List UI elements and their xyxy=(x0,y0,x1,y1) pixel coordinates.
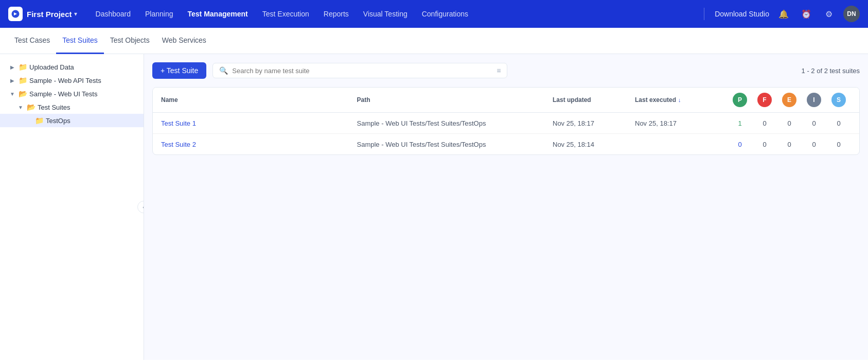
main-nav-links: Dashboard Planning Test Management Test … xyxy=(90,7,700,21)
sidebar-collapse-button[interactable]: ‹ xyxy=(137,201,144,213)
nav-test-management[interactable]: Test Management xyxy=(182,7,254,21)
row1-e: 0 xyxy=(777,119,802,127)
folder-icon: 📁 xyxy=(19,63,27,71)
sidebar-label-uploaded-data: Uploaded Data xyxy=(29,63,74,71)
tab-test-cases[interactable]: Test Cases xyxy=(8,28,56,54)
nav-right-actions: Download Studio 🔔 ⏰ ⚙ DN xyxy=(700,6,860,22)
nav-divider xyxy=(704,8,704,20)
col-badge-i: I xyxy=(802,93,826,107)
toggle-web-api[interactable]: ▶ xyxy=(8,76,16,84)
row2-last-updated: Nov 25, 18:14 xyxy=(553,141,635,148)
badge-i: I xyxy=(807,93,821,107)
tab-web-services[interactable]: Web Services xyxy=(156,28,212,54)
table-row: Test Suite 1 Sample - Web UI Tests/Test … xyxy=(153,113,859,134)
col-badge-p: P xyxy=(728,93,752,107)
row1-last-executed: Nov 25, 18:17 xyxy=(635,119,728,127)
row1-p: 1 xyxy=(728,119,752,127)
row1-last-updated: Nov 25, 18:17 xyxy=(553,119,635,127)
col-path: Path xyxy=(357,96,553,104)
folder-icon-web-ui: 📂 xyxy=(19,90,27,98)
row1-i: 0 xyxy=(802,119,826,127)
tab-test-suites[interactable]: Test Suites xyxy=(56,28,103,54)
content-toolbar: + Test Suite 🔍 ≡ 1 - 2 of 2 test suites xyxy=(152,62,860,79)
col-last-executed[interactable]: Last executed ↓ xyxy=(635,96,728,104)
project-chevron-icon[interactable]: ▾ xyxy=(74,10,77,18)
add-test-suite-button[interactable]: + Test Suite xyxy=(152,62,206,79)
nav-visual-testing[interactable]: Visual Testing xyxy=(357,7,414,21)
row2-p: 0 xyxy=(728,141,752,148)
sidebar-item-web-api[interactable]: ▶ 📁 Sample - Web API Tests xyxy=(0,74,144,87)
test-suite-1-link[interactable]: Test Suite 1 xyxy=(161,119,196,127)
sort-icon: ↓ xyxy=(678,97,681,103)
row2-path: Sample - Web UI Tests/Test Suites/TestOp… xyxy=(357,141,553,148)
row2-e: 0 xyxy=(777,141,802,148)
badge-f: F xyxy=(757,93,772,107)
sidebar-label-web-api: Sample - Web API Tests xyxy=(29,77,101,84)
toggle-test-suites[interactable]: ▼ xyxy=(16,103,25,111)
nav-reports[interactable]: Reports xyxy=(317,7,355,21)
top-navigation: First Project ▾ Dashboard Planning Test … xyxy=(0,0,868,28)
row2-name: Test Suite 2 xyxy=(161,140,357,148)
history-icon[interactable]: ⏰ xyxy=(798,6,814,22)
search-input[interactable] xyxy=(232,67,492,75)
table-row: Test Suite 2 Sample - Web UI Tests/Test … xyxy=(153,134,859,154)
test-suite-2-link[interactable]: Test Suite 2 xyxy=(161,141,196,148)
notifications-icon[interactable]: 🔔 xyxy=(775,6,792,22)
col-badge-f: F xyxy=(752,93,777,107)
sidebar-item-uploaded-data[interactable]: ▶ 📁 Uploaded Data xyxy=(0,60,144,74)
row2-f: 0 xyxy=(752,141,777,148)
sidebar-item-web-ui[interactable]: ▼ 📂 Sample - Web UI Tests xyxy=(0,87,144,100)
toggle-uploaded-data[interactable]: ▶ xyxy=(8,63,16,71)
col-badge-s: S xyxy=(826,93,851,107)
folder-icon-testops: 📁 xyxy=(35,116,44,125)
settings-icon[interactable]: ⚙ xyxy=(821,6,837,22)
sub-navigation: Test Cases Test Suites Test Objects Web … xyxy=(0,28,868,54)
badge-e: E xyxy=(782,93,796,107)
badge-p: P xyxy=(733,93,747,107)
tab-test-objects[interactable]: Test Objects xyxy=(104,28,156,54)
row2-i: 0 xyxy=(802,141,826,148)
sidebar-item-testops[interactable]: ▶ 📁 TestOps xyxy=(0,114,144,127)
toggle-web-ui[interactable]: ▼ xyxy=(8,90,16,98)
row1-path: Sample - Web UI Tests/Test Suites/TestOp… xyxy=(357,119,553,127)
sidebar: ▶ 📁 Uploaded Data ▶ 📁 Sample - Web API T… xyxy=(0,54,144,360)
table-header: Name Path Last updated Last executed ↓ P… xyxy=(153,88,859,113)
col-last-updated: Last updated xyxy=(553,96,635,104)
nav-test-execution[interactable]: Test Execution xyxy=(256,7,315,21)
row1-name: Test Suite 1 xyxy=(161,119,357,127)
search-box: 🔍 ≡ xyxy=(212,63,507,78)
filter-icon[interactable]: ≡ xyxy=(497,66,501,75)
content-area: + Test Suite 🔍 ≡ 1 - 2 of 2 test suites … xyxy=(144,54,868,360)
project-name[interactable]: First Project xyxy=(27,10,72,19)
row1-f: 0 xyxy=(752,119,777,127)
sidebar-label-web-ui: Sample - Web UI Tests xyxy=(29,90,97,98)
user-avatar[interactable]: DN xyxy=(843,6,860,22)
sidebar-label-testops: TestOps xyxy=(46,117,70,125)
col-name: Name xyxy=(161,96,357,104)
col-badge-e: E xyxy=(777,93,802,107)
nav-planning[interactable]: Planning xyxy=(139,7,180,21)
data-table: Name Path Last updated Last executed ↓ P… xyxy=(152,87,860,155)
nav-configurations[interactable]: Configurations xyxy=(416,7,474,21)
search-icon: 🔍 xyxy=(219,66,228,75)
download-studio-link[interactable]: Download Studio xyxy=(715,10,769,18)
badge-s: S xyxy=(831,93,846,107)
app-logo xyxy=(8,7,23,21)
row2-s: 0 xyxy=(826,141,851,148)
nav-dashboard[interactable]: Dashboard xyxy=(90,7,137,21)
sidebar-item-test-suites[interactable]: ▼ 📂 Test Suites xyxy=(0,100,144,114)
main-layout: ▶ 📁 Uploaded Data ▶ 📁 Sample - Web API T… xyxy=(0,54,868,360)
results-count: 1 - 2 of 2 test suites xyxy=(802,67,860,75)
sidebar-label-test-suites: Test Suites xyxy=(38,104,70,111)
folder-icon-test-suites: 📂 xyxy=(27,103,36,111)
row1-s: 0 xyxy=(826,119,851,127)
folder-icon-web-api: 📁 xyxy=(19,76,27,84)
